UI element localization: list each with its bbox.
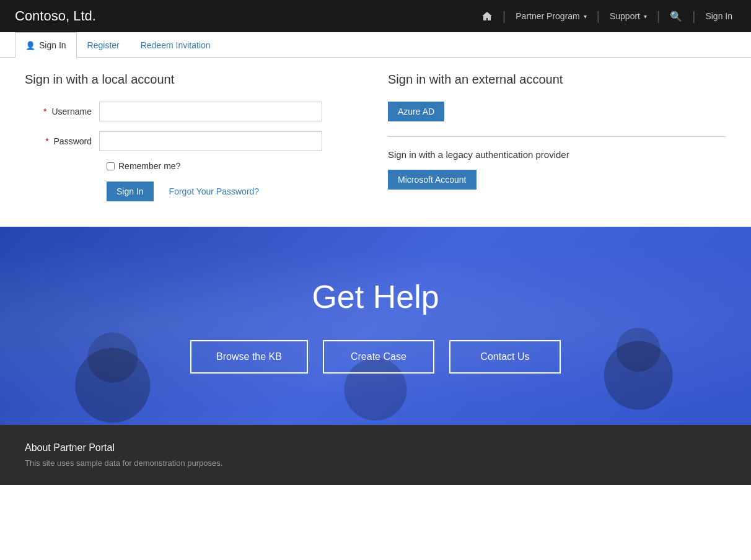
home-icon bbox=[481, 11, 493, 21]
search-nav[interactable]: 🔍 bbox=[666, 11, 686, 22]
password-required: * bbox=[45, 136, 48, 146]
password-label: * Password bbox=[25, 136, 99, 146]
get-help-title: Get Help bbox=[15, 278, 736, 315]
azure-ad-button[interactable]: Azure AD bbox=[388, 102, 444, 121]
nav-sep-1: | bbox=[503, 9, 506, 24]
remember-label[interactable]: Remember me? bbox=[118, 161, 180, 171]
nav-sep-2: | bbox=[597, 9, 600, 24]
tab-redeem[interactable]: Redeem Invitation bbox=[130, 32, 221, 58]
get-help-buttons: Browse the KB Create Case Contact Us bbox=[15, 340, 736, 374]
nav-sep-3: | bbox=[657, 9, 660, 24]
legacy-signin-title: Sign in with a legacy authentication pro… bbox=[388, 149, 726, 160]
remember-checkbox[interactable] bbox=[107, 162, 115, 170]
footer-title: About Partner Portal bbox=[25, 442, 726, 453]
nav-sep-4: | bbox=[692, 9, 695, 24]
external-signin-section: Sign in with an external account Azure A… bbox=[388, 72, 726, 202]
external-signin-title: Sign in with an external account bbox=[388, 72, 726, 87]
tabs-bar: 👤 Sign In Register Redeem Invitation bbox=[0, 32, 751, 58]
signin-button[interactable]: Sign In bbox=[107, 182, 154, 201]
microsoft-account-button[interactable]: Microsoft Account bbox=[388, 170, 477, 190]
username-row: * Username bbox=[25, 102, 363, 121]
get-help-section: Get Help Browse the KB Create Case Conta… bbox=[0, 227, 751, 425]
footer-text: This site uses sample data for demonstra… bbox=[25, 458, 726, 468]
action-row: Sign In Forgot Your Password? bbox=[107, 181, 363, 202]
forgot-password-button[interactable]: Forgot Your Password? bbox=[159, 181, 270, 202]
azure-ad-row: Azure AD bbox=[388, 102, 726, 121]
contact-us-button[interactable]: Contact Us bbox=[449, 340, 561, 374]
footer: About Partner Portal This site uses samp… bbox=[0, 425, 751, 485]
local-signin-section: Sign in with a local account * Username … bbox=[25, 72, 363, 202]
signin-nav[interactable]: Sign In bbox=[701, 11, 736, 21]
support-dropdown-icon: ▾ bbox=[644, 13, 647, 20]
tab-register[interactable]: Register bbox=[77, 32, 130, 58]
support-nav[interactable]: Support ▾ bbox=[606, 11, 651, 21]
username-required: * bbox=[43, 107, 46, 116]
brand: Contoso, Ltd. bbox=[15, 8, 96, 24]
browse-kb-button[interactable]: Browse the KB bbox=[190, 340, 308, 374]
search-icon: 🔍 bbox=[670, 11, 682, 22]
tab-signin[interactable]: 👤 Sign In bbox=[15, 32, 77, 58]
username-input[interactable] bbox=[99, 102, 322, 121]
signin-tab-icon: 👤 bbox=[25, 41, 35, 50]
local-signin-title: Sign in with a local account bbox=[25, 72, 363, 87]
password-row: * Password bbox=[25, 131, 363, 151]
topnav: Contoso, Ltd. | Partner Program ▾ | Supp… bbox=[0, 0, 751, 32]
home-nav-item[interactable] bbox=[478, 11, 496, 21]
partner-program-dropdown-icon: ▾ bbox=[584, 13, 587, 20]
password-input[interactable] bbox=[99, 131, 322, 151]
main-content: Sign in with a local account * Username … bbox=[0, 58, 751, 227]
microsoft-account-row: Microsoft Account bbox=[388, 170, 726, 190]
remember-row: Remember me? bbox=[107, 161, 363, 171]
get-help-content: Get Help Browse the KB Create Case Conta… bbox=[0, 253, 751, 398]
signin-grid: Sign in with a local account * Username … bbox=[25, 72, 726, 202]
partner-program-nav[interactable]: Partner Program ▾ bbox=[512, 11, 590, 21]
create-case-button[interactable]: Create Case bbox=[323, 340, 434, 374]
username-label: * Username bbox=[25, 107, 99, 116]
external-divider bbox=[388, 136, 726, 137]
